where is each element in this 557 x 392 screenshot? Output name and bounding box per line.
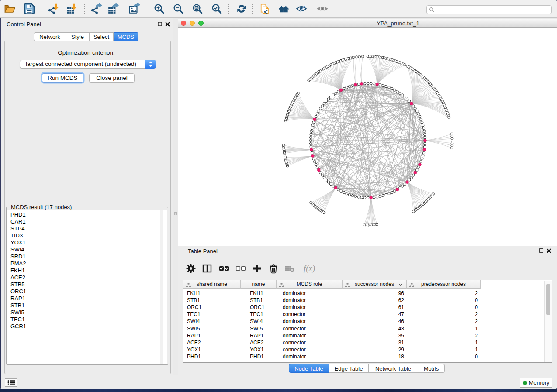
svg-text:f(x): f(x) bbox=[304, 264, 315, 273]
